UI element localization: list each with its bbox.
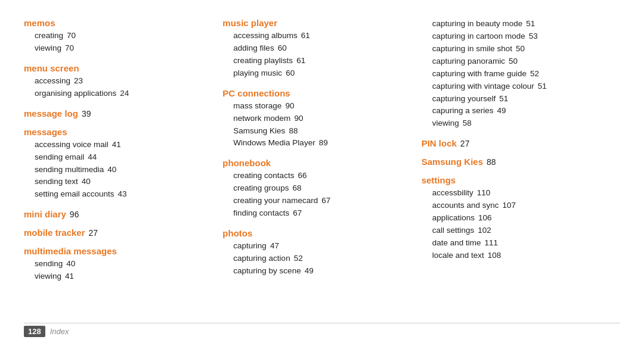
item-text: sending email <box>35 152 84 161</box>
section-title: PIN lock <box>422 138 457 148</box>
list-item: playing music60 <box>222 67 409 80</box>
item-text: viewing <box>35 272 61 281</box>
section: message log39 <box>24 108 210 119</box>
section-title: memos <box>24 18 210 28</box>
list-item: adding files60 <box>222 42 409 55</box>
item-number: 106 <box>478 213 492 222</box>
list-item: sending multimedia40 <box>24 164 210 176</box>
list-item: capturing action52 <box>222 253 409 265</box>
item-number: 23 <box>74 76 83 85</box>
item-text: organising applications <box>35 89 116 98</box>
section-number: 88 <box>487 157 496 167</box>
item-number: 47 <box>270 241 279 250</box>
list-item: date and time111 <box>422 237 608 250</box>
section-number: 96 <box>70 210 79 219</box>
section: mobile tracker27 <box>24 228 210 238</box>
item-text: creating contacts <box>233 171 294 180</box>
item-text: finding contacts <box>233 208 289 217</box>
column-2: music playeraccessing albums61adding fil… <box>222 18 421 317</box>
section-title: mobile tracker <box>24 228 85 238</box>
item-number: 50 <box>516 44 525 53</box>
section-title: message log <box>24 108 78 119</box>
section-title: phonebook <box>222 158 409 168</box>
item-text: capuring a series <box>432 106 494 115</box>
section-number: 27 <box>89 228 98 238</box>
item-number: 90 <box>285 101 294 110</box>
footer: 128 Index <box>24 323 620 337</box>
section-title: Samsung Kies <box>422 157 483 167</box>
item-number: 110 <box>477 188 491 197</box>
list-item: call settings102 <box>422 225 608 237</box>
item-text: capturing <box>233 241 267 250</box>
columns: memoscreating70viewing70menu screenacces… <box>24 18 620 317</box>
item-number: 49 <box>305 266 314 275</box>
item-number: 40 <box>107 165 116 174</box>
item-text: playing music <box>233 68 282 77</box>
item-number: 51 <box>499 94 508 103</box>
list-item: network modem90 <box>222 113 409 125</box>
item-text: creating <box>35 31 63 40</box>
item-text: accessing <box>35 76 70 85</box>
item-number: 70 <box>67 31 76 40</box>
section: PC connectionsmass storage90network mode… <box>222 88 409 150</box>
item-text: viewing <box>432 119 459 127</box>
item-number: 51 <box>538 82 547 91</box>
list-item: capuring a series49 <box>422 105 608 117</box>
item-text: capturing yourself <box>432 94 496 103</box>
section: phonebookcreating contacts66creating gro… <box>222 158 409 220</box>
list-item: capturing with frame guide52 <box>422 68 608 80</box>
list-item: capturing47 <box>222 240 409 253</box>
item-number: 52 <box>530 69 539 78</box>
list-item: Samsung Kies88 <box>222 125 409 138</box>
item-number: 40 <box>82 177 91 186</box>
item-text: date and time <box>432 238 481 247</box>
item-text: network modem <box>233 114 290 123</box>
section-title: photos <box>222 228 409 238</box>
section: PIN lock27 <box>422 138 608 148</box>
item-number: 41 <box>65 272 74 281</box>
item-text: Samsung Kies <box>233 126 285 135</box>
list-item: accessing23 <box>24 75 210 88</box>
section: photoscapturing47capturing action52captu… <box>222 228 409 278</box>
item-text: applications <box>432 213 475 222</box>
list-item: Windows Media Player89 <box>222 137 409 149</box>
item-number: 68 <box>292 183 301 192</box>
list-item: viewing41 <box>24 270 210 283</box>
list-item: sending text40 <box>24 176 210 188</box>
item-number: 70 <box>65 43 74 52</box>
item-number: 49 <box>497 106 506 115</box>
item-number: 66 <box>298 171 306 180</box>
section-title: menu screen <box>24 63 210 73</box>
section: settingsaccessbility110accounts and sync… <box>422 175 608 262</box>
item-text: sending multimedia <box>35 165 104 174</box>
list-item: viewing58 <box>422 117 608 130</box>
page: memoscreating70viewing70menu screenacces… <box>0 0 644 349</box>
item-text: capturing by scene <box>233 266 301 275</box>
item-number: 43 <box>118 189 127 198</box>
item-text: capturing in smile shot <box>432 44 512 53</box>
item-text: adding files <box>233 43 274 52</box>
section: mini diary96 <box>24 209 210 219</box>
item-text: creating your namecard <box>233 196 318 205</box>
item-number: 50 <box>509 57 518 66</box>
section-title: mini diary <box>24 209 66 219</box>
item-text: call settings <box>432 226 475 235</box>
list-item: accounts and sync107 <box>422 200 608 212</box>
item-text: accessing voice mail <box>35 140 109 149</box>
list-item: capturing in beauty mode51 <box>422 18 608 30</box>
section: menu screenaccessing23organising applica… <box>24 63 210 100</box>
section-title: multimedia messages <box>24 246 210 256</box>
list-item: creating groups68 <box>222 182 409 195</box>
item-number: 44 <box>88 152 97 161</box>
list-item: capturing panoramic50 <box>422 55 608 68</box>
list-item: capturing by scene49 <box>222 265 409 278</box>
item-number: 67 <box>293 208 302 217</box>
list-item: organising applications24 <box>24 88 210 100</box>
list-item: creating playlists61 <box>222 55 409 67</box>
item-number: 67 <box>321 196 330 205</box>
section: memoscreating70viewing70 <box>24 18 210 55</box>
item-number: 58 <box>463 119 472 127</box>
item-text: capturing with frame guide <box>432 69 527 78</box>
section-title: settings <box>422 175 608 185</box>
item-number: 60 <box>286 68 295 77</box>
